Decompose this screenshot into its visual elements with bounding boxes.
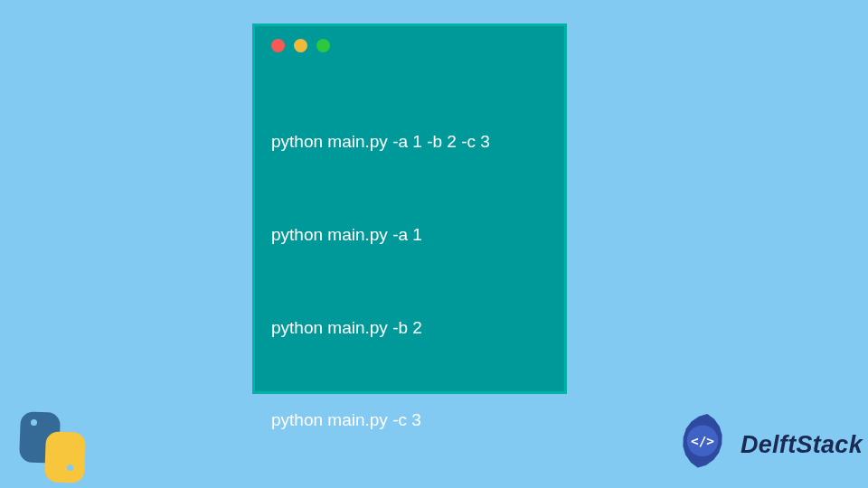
delftstack-logo: </> DelftStack (670, 412, 863, 477)
close-icon (271, 39, 285, 52)
window-traffic-lights (271, 39, 548, 52)
code-block: python main.py -a 1 -b 2 -c 3 python mai… (271, 65, 548, 488)
delftstack-wordmark: DelftStack (741, 431, 863, 459)
code-line: python main.py -a 1 -b 2 -c 3 (271, 127, 548, 157)
code-line: python main.py -a 1 (271, 220, 548, 250)
terminal-window: python main.py -a 1 -b 2 -c 3 python mai… (252, 23, 567, 394)
code-line: python main.py -b 2 (271, 313, 548, 343)
python-icon (14, 408, 92, 486)
maximize-icon (316, 39, 330, 52)
page-canvas: python main.py -a 1 -b 2 -c 3 python mai… (0, 0, 868, 488)
code-glyph-icon: </> (691, 434, 714, 448)
code-line: python main.py -c 3 (271, 405, 548, 436)
delftstack-badge-icon: </> (670, 412, 735, 477)
minimize-icon (294, 39, 307, 52)
